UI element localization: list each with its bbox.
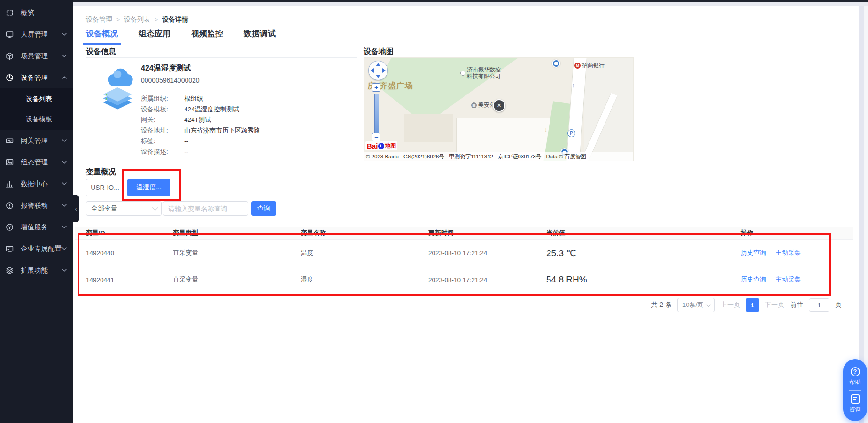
cell-updated: 2023-08-10 17:21:24 [428,276,546,283]
pan-left-icon[interactable] [371,68,374,73]
device-name: 424温湿度测试 [141,63,191,73]
cell-variable-type: 直采变量 [173,275,301,284]
sidebar-item-gateway[interactable]: 网关管理 [0,130,73,151]
tab-scada-app[interactable]: 组态应用 [139,28,170,45]
field-value: 424温湿度控制测试 [184,105,239,114]
map-building-block [404,114,453,142]
variable-type-select[interactable]: 全部变量 [86,201,162,216]
cell-variable-name: 湿度 [301,275,428,284]
extension-layers-icon [6,266,14,274]
sidebar-item-label: 数据中心 [21,180,48,188]
sidebar-item-label: 增值服务 [21,223,48,232]
breadcrumb: 设备管理 > 设备列表 > 设备详情 [86,16,188,24]
sidebar-item-vas[interactable]: 增值服务 [0,216,73,238]
window-scrollbar[interactable] [864,6,868,423]
active-collect-link[interactable]: 主动采集 [775,275,801,284]
chevron-down-icon [62,225,67,229]
tab-device-overview[interactable]: 设备概况 [86,28,118,45]
page-size-select[interactable]: 10条/页 [677,298,715,312]
cell-variable-type: 直采变量 [173,249,301,257]
bank-icon: M [574,63,581,69]
help-button[interactable]: ? 帮助 [850,367,861,386]
chevron-down-icon [62,247,67,251]
divider [141,88,346,88]
baidu-logo: Bai 地图 [365,141,397,150]
overview-icon [6,9,14,17]
chevron-down-icon [62,204,67,207]
search-button[interactable]: 查询 [251,201,276,216]
field-label: 所属组织: [141,94,184,103]
cell-variable-id: 14920441 [86,276,173,283]
sidebar-item-label: 场景管理 [21,52,48,61]
device-info-heading: 设备信息 [86,47,116,57]
goto-label: 前往 [790,301,803,309]
value-added-service-icon [6,223,14,231]
sidebar-item-device[interactable]: 设备管理 [0,67,73,88]
sidebar-item-overview[interactable]: 概览 [0,2,73,24]
tab-video-monitor[interactable]: 视频监控 [191,28,223,45]
device-pie-icon [6,74,14,82]
col-header-variable-id: 变量ID [86,229,173,237]
sidebar-item-scada[interactable]: 组态管理 [0,151,73,173]
tab-data-debug[interactable]: 数据调试 [244,28,276,45]
baidu-map-canvas[interactable]: 庆·齐盛广场 济南振华数控科技有限公司 M 招商银行 ▦ 美安公寓 P ↑ ↓ … [364,57,634,161]
table-header-row: 变量ID 变量类型 变量名称 更新时间 当前值 操作 [75,227,852,240]
device-info-card: 424温湿度测试 0000059614000020 所属组织:根组织 设备模板:… [86,57,357,162]
road-direction-down: ↓ [544,126,547,133]
history-query-link[interactable]: 历史查询 [741,249,766,257]
next-page-button[interactable]: 下一页 [765,301,784,309]
map-copyright: © 2023 Baidu - GS(2021)6026号 - 甲测资字11111… [364,152,633,161]
field-value: 根组织 [184,94,203,103]
variables-heading: 变量概况 [86,167,116,177]
device-location-marker[interactable]: ✕ [493,99,505,112]
sidebar-item-label: 概览 [21,8,34,17]
sidebar-item-bigscreen[interactable]: 大屏管理 [0,24,73,45]
sidebar-item-enterprise[interactable]: 企业专属配置 [0,238,73,259]
prev-page-button[interactable]: 上一页 [721,301,740,309]
sidebar-subitem-device-template[interactable]: 设备模板 [0,109,73,129]
map-zoom-in-button[interactable]: + [372,83,380,92]
sidebar-collapse-handle[interactable]: ‹ [73,195,79,222]
field-label: 设备模板: [141,105,184,114]
bigscreen-icon [6,31,14,39]
map-pan-control[interactable] [368,61,388,80]
breadcrumb-device-list[interactable]: 设备列表 [124,16,150,24]
variable-group-tab-usr-io[interactable]: USR-IO... [86,179,124,196]
goto-page-input[interactable] [809,298,829,312]
map-label-company: 济南振华数控科技有限公司 [460,66,501,79]
breadcrumb-separator: > [155,16,158,23]
sidebar-item-datacenter[interactable]: 数据中心 [0,173,73,195]
breadcrumb-device-management[interactable]: 设备管理 [86,16,112,24]
sidebar-item-scene[interactable]: 场景管理 [0,45,73,67]
col-header-variable-name: 变量名称 [301,229,428,237]
sidebar: 概览 大屏管理 场景管理 设备管理 设备列表 设备模板 网关管理 组态 [0,0,73,423]
sidebar-item-alarm[interactable]: 报警联动 [0,195,73,216]
field-value: -- [184,138,188,145]
pagination: 共 2 条 10条/页 上一页 1 下一页 前往 页 [75,298,842,312]
chevron-down-icon [152,204,158,211]
sidebar-subitem-device-list[interactable]: 设备列表 [0,89,73,109]
pagination-total: 共 2 条 [651,301,672,309]
field-label: 设备描述: [141,148,184,156]
pan-right-icon[interactable] [382,68,386,73]
cell-variable-id: 14920440 [86,250,173,257]
current-page-button[interactable]: 1 [746,298,759,312]
map-zoom-slider[interactable] [374,94,379,134]
map-zoom-out-button[interactable]: − [372,133,380,141]
sidebar-item-label: 设备管理 [21,73,48,82]
field-label: 网关: [141,116,184,124]
chevron-down-icon [62,182,67,186]
sidebar-item-label: 扩展功能 [21,266,48,275]
history-query-link[interactable]: 历史查询 [741,275,766,284]
variable-search-input[interactable] [163,201,248,216]
sidebar-item-label: 报警联动 [21,201,48,210]
pan-down-icon[interactable] [376,75,380,78]
pan-up-icon[interactable] [376,63,380,66]
sidebar-item-label: 网关管理 [21,136,48,145]
consult-button[interactable]: 咨询 [850,394,861,414]
enterprise-config-icon [6,245,14,253]
cell-updated: 2023-08-10 17:21:24 [428,250,546,257]
variable-group-tab-temp-humidity[interactable]: 温湿度... [127,179,170,196]
active-collect-link[interactable]: 主动采集 [775,249,801,257]
sidebar-item-extension[interactable]: 扩展功能 [0,259,73,281]
